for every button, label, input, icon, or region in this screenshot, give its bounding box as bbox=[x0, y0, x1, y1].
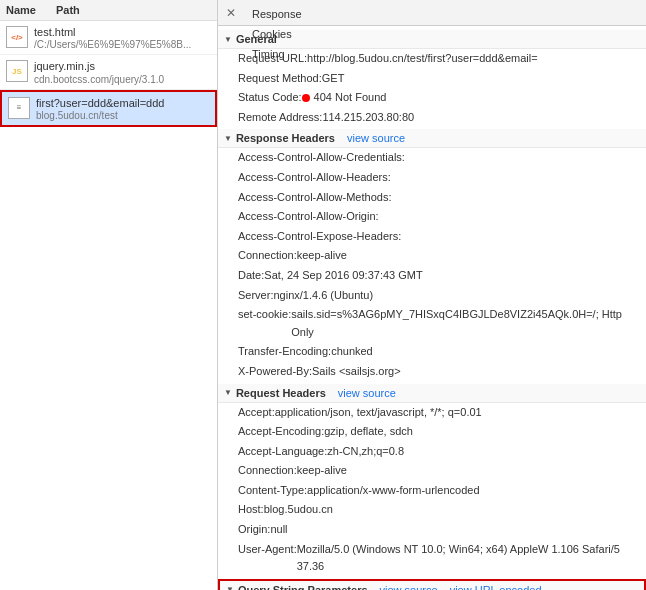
data-row: Remote Address: 114.215.203.80:80 bbox=[218, 108, 646, 128]
query-string-title: Query String Parameters bbox=[238, 584, 368, 590]
response-headers-section: ▼ Response Headers view source Access-Co… bbox=[218, 129, 646, 381]
response-headers-section-header[interactable]: ▼ Response Headers view source bbox=[218, 129, 646, 148]
data-value: GET bbox=[322, 70, 345, 88]
data-value: application/json, text/javascript, */*; … bbox=[275, 404, 482, 422]
response-headers-view-source[interactable]: view source bbox=[347, 132, 405, 144]
data-key: Access-Control-Allow-Credentials: bbox=[238, 149, 405, 167]
data-row: Server: nginx/1.4.6 (Ubuntu) bbox=[218, 286, 646, 306]
left-header: Name Path bbox=[0, 0, 217, 21]
status-dot-icon bbox=[302, 94, 310, 102]
triangle-icon: ▼ bbox=[224, 388, 232, 397]
data-key: Request Method: bbox=[238, 70, 322, 88]
data-value: Sat, 24 Sep 2016 09:37:43 GMT bbox=[264, 267, 422, 285]
data-row: Origin: null bbox=[218, 520, 646, 540]
query-string-section: ▼ Query String Parameters view source vi… bbox=[218, 579, 646, 590]
data-value: Mozilla/5.0 (Windows NT 10.0; Win64; x64… bbox=[297, 541, 626, 576]
data-value: keep-alive bbox=[297, 462, 347, 480]
data-row: Accept-Language: zh-CN,zh;q=0.8 bbox=[218, 442, 646, 462]
file-icon-html: </> bbox=[6, 26, 28, 48]
data-value: keep-alive bbox=[297, 247, 347, 265]
content-area: ▼ General Request URL: http://blog.5udou… bbox=[218, 26, 646, 590]
data-row: Request URL: http://blog.5udou.cn/test/f… bbox=[218, 49, 646, 69]
data-value: application/x-www-form-urlencoded bbox=[307, 482, 479, 500]
query-string-view-source[interactable]: view source bbox=[380, 584, 438, 590]
data-value: chunked bbox=[331, 343, 373, 361]
data-row: Access-Control-Expose-Headers: bbox=[218, 227, 646, 247]
data-key: Date: bbox=[238, 267, 264, 285]
data-key: Accept-Encoding: bbox=[238, 423, 324, 441]
file-icon-request: ≡ bbox=[8, 97, 30, 119]
tabs-bar: ✕ HeadersPreviewResponseCookiesTiming bbox=[218, 0, 646, 26]
data-value: sails.sid=s%3AG6pMY_7HISxqC4IBGJLDe8VIZ2… bbox=[291, 306, 626, 341]
data-key: Request URL: bbox=[238, 50, 307, 68]
file-item-jquery-js[interactable]: JSjquery.min.jscdn.bootcss.com/jquery/3.… bbox=[0, 55, 217, 89]
data-key: Access-Control-Expose-Headers: bbox=[238, 228, 401, 246]
data-row: Request Method: GET bbox=[218, 69, 646, 89]
data-key: set-cookie: bbox=[238, 306, 291, 341]
data-row: Accept-Encoding: gzip, deflate, sdch bbox=[218, 422, 646, 442]
data-key: Remote Address: bbox=[238, 109, 322, 127]
file-item-first-request[interactable]: ≡first?user=ddd&email=dddblog.5udou.cn/t… bbox=[0, 90, 217, 127]
data-row: Transfer-Encoding: chunked bbox=[218, 342, 646, 362]
data-value: Sails <sailsjs.org> bbox=[312, 363, 401, 381]
column-name: Name bbox=[6, 4, 36, 16]
file-item-test-html[interactable]: </>test.html/C:/Users/%E6%9E%97%E5%8B... bbox=[0, 21, 217, 55]
data-row: Connection: keep-alive bbox=[218, 461, 646, 481]
query-string-section-header[interactable]: ▼ Query String Parameters view source vi… bbox=[218, 579, 646, 590]
triangle-icon: ▼ bbox=[224, 134, 232, 143]
data-key: Connection: bbox=[238, 462, 297, 480]
data-key: Host: bbox=[238, 501, 264, 519]
data-row: Host: blog.5udou.cn bbox=[218, 500, 646, 520]
data-key: Accept: bbox=[238, 404, 275, 422]
data-row: Access-Control-Allow-Methods: bbox=[218, 188, 646, 208]
data-value: http://blog.5udou.cn/test/first?user=ddd… bbox=[307, 50, 538, 68]
general-title: General bbox=[236, 33, 277, 45]
request-headers-rows: Accept: application/json, text/javascrip… bbox=[218, 403, 646, 577]
left-panel: Name Path </>test.html/C:/Users/%E6%9E%9… bbox=[0, 0, 218, 590]
general-rows: Request URL: http://blog.5udou.cn/test/f… bbox=[218, 49, 646, 127]
request-headers-view-source[interactable]: view source bbox=[338, 387, 396, 399]
data-key: Access-Control-Allow-Origin: bbox=[238, 208, 379, 226]
data-value: zh-CN,zh;q=0.8 bbox=[327, 443, 404, 461]
request-headers-title: Request Headers bbox=[236, 387, 326, 399]
response-headers-title: Response Headers bbox=[236, 132, 335, 144]
data-row: Content-Type: application/x-www-form-url… bbox=[218, 481, 646, 501]
data-key: Status Code: bbox=[238, 89, 302, 107]
data-key: Server: bbox=[238, 287, 273, 305]
triangle-icon: ▼ bbox=[226, 585, 234, 590]
data-value: nginx/1.4.6 (Ubuntu) bbox=[273, 287, 373, 305]
data-row: Access-Control-Allow-Credentials: bbox=[218, 148, 646, 168]
data-row: Connection: keep-alive bbox=[218, 246, 646, 266]
file-path: /C:/Users/%E6%9E%97%E5%8B... bbox=[34, 39, 191, 50]
file-name: first?user=ddd&email=ddd bbox=[36, 96, 164, 110]
data-value: 114.215.203.80:80 bbox=[322, 109, 414, 127]
data-value: gzip, deflate, sdch bbox=[324, 423, 413, 441]
tab-close-button[interactable]: ✕ bbox=[222, 4, 240, 22]
triangle-icon: ▼ bbox=[224, 35, 232, 44]
file-icon-js: JS bbox=[6, 60, 28, 82]
query-string-view-url[interactable]: view URL encoded bbox=[450, 584, 542, 590]
data-key: Accept-Language: bbox=[238, 443, 327, 461]
data-row: Access-Control-Allow-Origin: bbox=[218, 207, 646, 227]
data-key: Access-Control-Allow-Methods: bbox=[238, 189, 391, 207]
request-headers-section-header[interactable]: ▼ Request Headers view source bbox=[218, 384, 646, 403]
data-key: Origin: bbox=[238, 521, 270, 539]
data-key: Transfer-Encoding: bbox=[238, 343, 331, 361]
file-name: test.html bbox=[34, 25, 191, 39]
tab-response[interactable]: Response bbox=[244, 4, 310, 24]
file-path: cdn.bootcss.com/jquery/3.1.0 bbox=[34, 74, 164, 85]
data-key: Content-Type: bbox=[238, 482, 307, 500]
data-row: X-Powered-By: Sails <sailsjs.org> bbox=[218, 362, 646, 382]
request-headers-section: ▼ Request Headers view source Accept: ap… bbox=[218, 384, 646, 577]
file-name: jquery.min.js bbox=[34, 59, 164, 73]
data-key: X-Powered-By: bbox=[238, 363, 312, 381]
data-key: Access-Control-Allow-Headers: bbox=[238, 169, 391, 187]
column-path: Path bbox=[56, 4, 80, 16]
file-path: blog.5udou.cn/test bbox=[36, 110, 164, 121]
data-value: null bbox=[270, 521, 287, 539]
right-panel: ✕ HeadersPreviewResponseCookiesTiming ▼ … bbox=[218, 0, 646, 590]
data-row: Access-Control-Allow-Headers: bbox=[218, 168, 646, 188]
data-value: 404 Not Found bbox=[302, 89, 387, 107]
data-row: set-cookie: sails.sid=s%3AG6pMY_7HISxqC4… bbox=[218, 305, 646, 342]
response-headers-rows: Access-Control-Allow-Credentials: Access… bbox=[218, 148, 646, 381]
